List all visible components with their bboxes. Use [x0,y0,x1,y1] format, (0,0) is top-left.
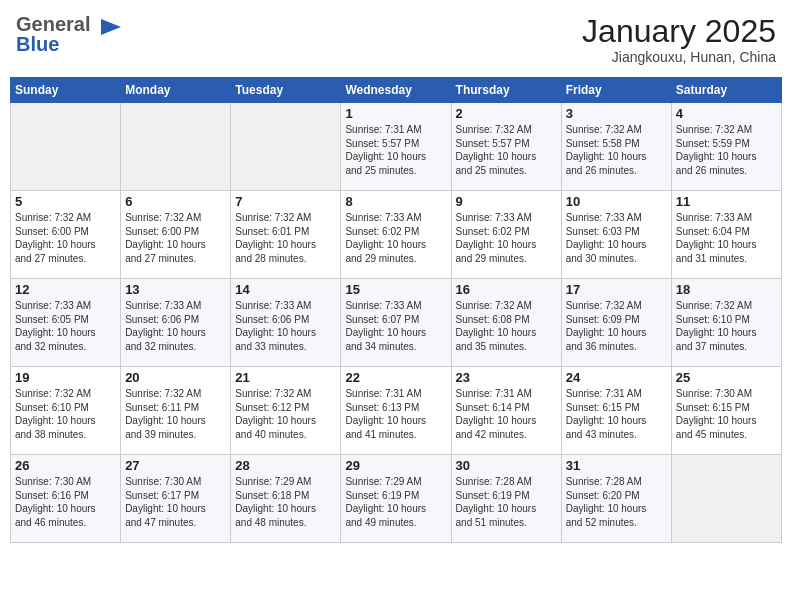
day-cell: 22Sunrise: 7:31 AMSunset: 6:13 PMDayligh… [341,367,451,455]
week-row-2: 5Sunrise: 7:32 AMSunset: 6:00 PMDaylight… [11,191,782,279]
day-cell: 27Sunrise: 7:30 AMSunset: 6:17 PMDayligh… [121,455,231,543]
day-number: 15 [345,282,446,297]
day-info: Sunrise: 7:33 AMSunset: 6:04 PMDaylight:… [676,211,777,265]
day-cell: 8Sunrise: 7:33 AMSunset: 6:02 PMDaylight… [341,191,451,279]
day-info: Sunrise: 7:33 AMSunset: 6:07 PMDaylight:… [345,299,446,353]
day-number: 3 [566,106,667,121]
day-number: 6 [125,194,226,209]
weekday-header-friday: Friday [561,78,671,103]
calendar-body: 1Sunrise: 7:31 AMSunset: 5:57 PMDaylight… [11,103,782,543]
day-cell: 30Sunrise: 7:28 AMSunset: 6:19 PMDayligh… [451,455,561,543]
weekday-header-wednesday: Wednesday [341,78,451,103]
logo: General Blue [16,14,125,56]
day-cell: 20Sunrise: 7:32 AMSunset: 6:11 PMDayligh… [121,367,231,455]
day-number: 29 [345,458,446,473]
weekday-header-sunday: Sunday [11,78,121,103]
day-info: Sunrise: 7:33 AMSunset: 6:05 PMDaylight:… [15,299,116,353]
logo-blue-text: Blue [16,33,59,56]
day-cell: 4Sunrise: 7:32 AMSunset: 5:59 PMDaylight… [671,103,781,191]
day-info: Sunrise: 7:31 AMSunset: 6:15 PMDaylight:… [566,387,667,441]
day-info: Sunrise: 7:30 AMSunset: 6:15 PMDaylight:… [676,387,777,441]
logo-flag-icon [97,17,125,37]
day-info: Sunrise: 7:33 AMSunset: 6:06 PMDaylight:… [235,299,336,353]
weekday-header-thursday: Thursday [451,78,561,103]
day-cell: 2Sunrise: 7:32 AMSunset: 5:57 PMDaylight… [451,103,561,191]
day-number: 24 [566,370,667,385]
weekday-header-tuesday: Tuesday [231,78,341,103]
day-number: 28 [235,458,336,473]
day-info: Sunrise: 7:32 AMSunset: 6:12 PMDaylight:… [235,387,336,441]
day-info: Sunrise: 7:33 AMSunset: 6:02 PMDaylight:… [456,211,557,265]
day-cell [121,103,231,191]
day-cell: 28Sunrise: 7:29 AMSunset: 6:18 PMDayligh… [231,455,341,543]
day-number: 18 [676,282,777,297]
week-row-4: 19Sunrise: 7:32 AMSunset: 6:10 PMDayligh… [11,367,782,455]
day-number: 26 [15,458,116,473]
day-number: 20 [125,370,226,385]
day-cell: 6Sunrise: 7:32 AMSunset: 6:00 PMDaylight… [121,191,231,279]
day-number: 22 [345,370,446,385]
weekday-header-row: SundayMondayTuesdayWednesdayThursdayFrid… [11,78,782,103]
day-cell: 3Sunrise: 7:32 AMSunset: 5:58 PMDaylight… [561,103,671,191]
day-info: Sunrise: 7:33 AMSunset: 6:03 PMDaylight:… [566,211,667,265]
day-info: Sunrise: 7:29 AMSunset: 6:19 PMDaylight:… [345,475,446,529]
day-number: 2 [456,106,557,121]
day-cell [671,455,781,543]
day-number: 10 [566,194,667,209]
week-row-1: 1Sunrise: 7:31 AMSunset: 5:57 PMDaylight… [11,103,782,191]
day-cell: 23Sunrise: 7:31 AMSunset: 6:14 PMDayligh… [451,367,561,455]
day-number: 9 [456,194,557,209]
day-number: 11 [676,194,777,209]
day-cell: 29Sunrise: 7:29 AMSunset: 6:19 PMDayligh… [341,455,451,543]
day-cell: 18Sunrise: 7:32 AMSunset: 6:10 PMDayligh… [671,279,781,367]
day-info: Sunrise: 7:32 AMSunset: 6:00 PMDaylight:… [15,211,116,265]
day-info: Sunrise: 7:31 AMSunset: 6:14 PMDaylight:… [456,387,557,441]
day-cell: 10Sunrise: 7:33 AMSunset: 6:03 PMDayligh… [561,191,671,279]
day-cell: 12Sunrise: 7:33 AMSunset: 6:05 PMDayligh… [11,279,121,367]
day-number: 12 [15,282,116,297]
calendar-table: SundayMondayTuesdayWednesdayThursdayFrid… [10,77,782,543]
day-info: Sunrise: 7:31 AMSunset: 5:57 PMDaylight:… [345,123,446,177]
day-info: Sunrise: 7:28 AMSunset: 6:19 PMDaylight:… [456,475,557,529]
day-info: Sunrise: 7:32 AMSunset: 5:59 PMDaylight:… [676,123,777,177]
week-row-3: 12Sunrise: 7:33 AMSunset: 6:05 PMDayligh… [11,279,782,367]
day-cell: 9Sunrise: 7:33 AMSunset: 6:02 PMDaylight… [451,191,561,279]
week-row-5: 26Sunrise: 7:30 AMSunset: 6:16 PMDayligh… [11,455,782,543]
day-info: Sunrise: 7:30 AMSunset: 6:16 PMDaylight:… [15,475,116,529]
day-number: 19 [15,370,116,385]
day-cell: 14Sunrise: 7:33 AMSunset: 6:06 PMDayligh… [231,279,341,367]
day-info: Sunrise: 7:32 AMSunset: 6:00 PMDaylight:… [125,211,226,265]
day-cell: 5Sunrise: 7:32 AMSunset: 6:00 PMDaylight… [11,191,121,279]
day-number: 27 [125,458,226,473]
day-number: 25 [676,370,777,385]
title-block: January 2025 Jiangkouxu, Hunan, China [582,14,776,65]
location-subtitle: Jiangkouxu, Hunan, China [582,49,776,65]
day-info: Sunrise: 7:32 AMSunset: 6:10 PMDaylight:… [676,299,777,353]
month-title: January 2025 [582,14,776,49]
day-cell: 7Sunrise: 7:32 AMSunset: 6:01 PMDaylight… [231,191,341,279]
day-number: 16 [456,282,557,297]
day-cell: 16Sunrise: 7:32 AMSunset: 6:08 PMDayligh… [451,279,561,367]
day-number: 8 [345,194,446,209]
day-info: Sunrise: 7:30 AMSunset: 6:17 PMDaylight:… [125,475,226,529]
day-number: 21 [235,370,336,385]
day-number: 1 [345,106,446,121]
day-info: Sunrise: 7:31 AMSunset: 6:13 PMDaylight:… [345,387,446,441]
weekday-header-monday: Monday [121,78,231,103]
day-cell: 24Sunrise: 7:31 AMSunset: 6:15 PMDayligh… [561,367,671,455]
calendar-header: SundayMondayTuesdayWednesdayThursdayFrid… [11,78,782,103]
day-number: 14 [235,282,336,297]
day-info: Sunrise: 7:32 AMSunset: 5:58 PMDaylight:… [566,123,667,177]
day-info: Sunrise: 7:32 AMSunset: 6:09 PMDaylight:… [566,299,667,353]
day-cell: 26Sunrise: 7:30 AMSunset: 6:16 PMDayligh… [11,455,121,543]
day-info: Sunrise: 7:28 AMSunset: 6:20 PMDaylight:… [566,475,667,529]
day-cell: 13Sunrise: 7:33 AMSunset: 6:06 PMDayligh… [121,279,231,367]
day-number: 5 [15,194,116,209]
day-cell: 1Sunrise: 7:31 AMSunset: 5:57 PMDaylight… [341,103,451,191]
day-cell: 11Sunrise: 7:33 AMSunset: 6:04 PMDayligh… [671,191,781,279]
day-cell: 25Sunrise: 7:30 AMSunset: 6:15 PMDayligh… [671,367,781,455]
day-cell [231,103,341,191]
day-number: 13 [125,282,226,297]
day-cell: 21Sunrise: 7:32 AMSunset: 6:12 PMDayligh… [231,367,341,455]
day-cell: 31Sunrise: 7:28 AMSunset: 6:20 PMDayligh… [561,455,671,543]
